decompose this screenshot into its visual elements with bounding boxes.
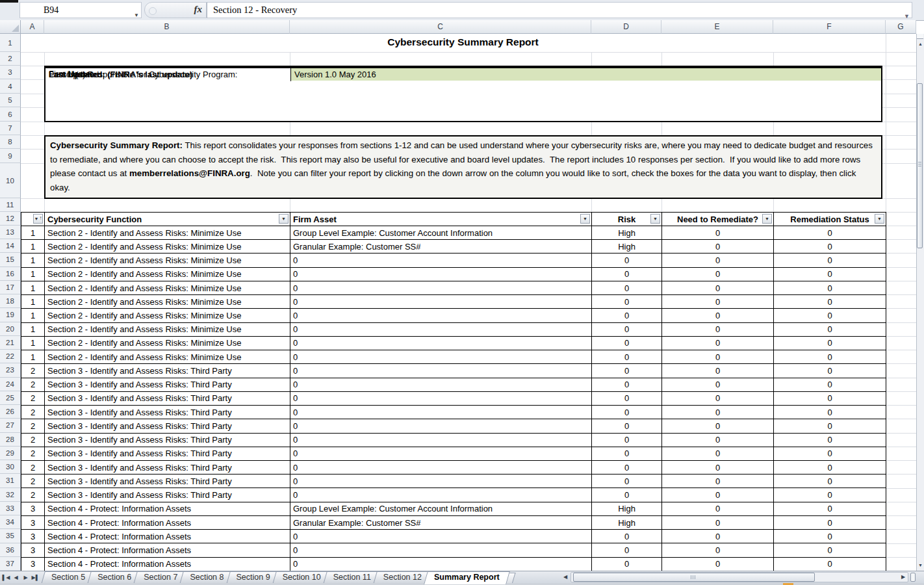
cell-function[interactable]: Section 4 - Protect: Information Assets <box>45 558 290 571</box>
row-header-4[interactable]: 4 <box>0 79 21 94</box>
formula-input[interactable]: Section 12 - Recovery ▼ <box>207 2 912 18</box>
cell-remediate[interactable]: 0 <box>662 378 774 392</box>
cell-function[interactable]: Section 2 - Identify and Assess Risks: M… <box>45 240 290 254</box>
cell-remediate[interactable]: 0 <box>662 392 774 406</box>
filter-button-asset[interactable]: ▼ <box>580 214 590 224</box>
cell-risk[interactable]: 0 <box>592 543 662 557</box>
row-header-16[interactable]: 16 <box>0 267 21 281</box>
cell-remediate[interactable]: 0 <box>662 558 774 571</box>
sheet-tab-section-5[interactable]: Section 5 <box>43 571 94 584</box>
cell-remediate[interactable]: 0 <box>662 350 774 364</box>
cell-asset[interactable]: 0 <box>290 364 592 378</box>
cell-risk[interactable]: 0 <box>592 281 662 295</box>
cell-index[interactable]: 2 <box>21 392 45 406</box>
header-cell-remediate[interactable]: Need to Remediate? ▼ <box>662 213 774 226</box>
cell-remediate[interactable]: 0 <box>662 461 774 474</box>
cell-remediate[interactable]: 0 <box>662 474 774 488</box>
cell-index[interactable]: 2 <box>21 488 45 502</box>
cell-function[interactable]: Section 3 - Identify and Assess Risks: T… <box>45 392 290 406</box>
next-sheet-button[interactable]: ▶ <box>21 575 31 580</box>
header-cell-function[interactable]: Cybersecurity Function ▼ <box>45 213 290 226</box>
cell-function[interactable]: Section 2 - Identify and Assess Risks: M… <box>45 295 290 309</box>
sheet-tab-section-12[interactable]: Section 12 <box>375 571 430 584</box>
cell-status[interactable]: 0 <box>774 281 886 295</box>
cell-risk[interactable]: 0 <box>592 461 662 474</box>
cell-asset[interactable]: 0 <box>290 350 592 364</box>
cell-risk[interactable]: 0 <box>592 337 662 350</box>
row-header-36[interactable]: 36 <box>0 543 21 557</box>
cell-remediate[interactable]: 0 <box>662 226 774 240</box>
cell-status[interactable]: 0 <box>774 434 886 447</box>
cell-asset[interactable]: 0 <box>290 434 592 447</box>
cell-risk[interactable]: High <box>592 502 662 516</box>
sheet-tab-section-6[interactable]: Section 6 <box>89 571 140 584</box>
cell-asset[interactable]: 0 <box>290 378 592 392</box>
cell-risk[interactable]: 0 <box>592 323 662 337</box>
cell-asset[interactable]: 0 <box>290 488 592 502</box>
cell-index[interactable]: 1 <box>21 350 45 364</box>
row-header-11[interactable]: 11 <box>0 198 21 212</box>
row-header-29[interactable]: 29 <box>0 447 21 460</box>
cell-asset[interactable]: 0 <box>290 406 592 419</box>
cell-asset[interactable]: 0 <box>290 392 592 406</box>
cell-asset[interactable]: 0 <box>290 281 592 295</box>
cell-asset[interactable]: 0 <box>290 447 592 461</box>
cell-function[interactable]: Section 2 - Identify and Assess Risks: M… <box>45 268 290 281</box>
report-title-cell[interactable]: Cybersecurity Summary Report <box>44 34 882 52</box>
row-header-31[interactable]: 31 <box>0 474 21 488</box>
cell-asset[interactable]: 0 <box>290 295 592 309</box>
cell-risk[interactable]: 0 <box>592 309 662 322</box>
cell-index[interactable]: 1 <box>21 226 45 240</box>
row-header-24[interactable]: 24 <box>0 378 21 391</box>
cell-status[interactable]: 0 <box>774 378 886 392</box>
row-header-26[interactable]: 26 <box>0 405 21 419</box>
cell-risk[interactable]: 0 <box>592 558 662 571</box>
cell-status[interactable]: 0 <box>774 558 886 571</box>
row-header-6[interactable]: 6 <box>0 107 21 122</box>
cell-status[interactable]: 0 <box>774 254 886 267</box>
cell-asset[interactable]: 0 <box>290 474 592 488</box>
sheet-tab-section-7[interactable]: Section 7 <box>135 571 186 584</box>
hscroll-left-button[interactable]: ◀ <box>560 572 571 582</box>
horizontal-scroll-thumb[interactable] <box>573 573 815 582</box>
row-header-34[interactable]: 34 <box>0 515 21 529</box>
cell-status[interactable]: 0 <box>774 461 886 474</box>
sheet-tab-section-8[interactable]: Section 8 <box>181 571 232 584</box>
column-header-f[interactable]: F <box>773 20 886 34</box>
filter-sort-button[interactable]: ▼↑ <box>33 214 43 224</box>
tab-split-handle[interactable] <box>910 573 916 582</box>
cell-remediate[interactable]: 0 <box>662 337 774 350</box>
cell-index[interactable]: 2 <box>21 461 45 474</box>
cell-index[interactable]: 2 <box>21 364 45 378</box>
cell-status[interactable]: 0 <box>774 530 886 543</box>
cell-risk[interactable]: High <box>592 226 662 240</box>
cell-function[interactable]: Section 4 - Protect: Information Assets <box>45 530 290 543</box>
cell-status[interactable]: 0 <box>774 309 886 322</box>
row-header-23[interactable]: 23 <box>0 363 21 377</box>
row-header-2[interactable]: 2 <box>0 52 21 66</box>
insert-function-button[interactable]: fx <box>194 4 203 15</box>
cell-index[interactable]: 2 <box>21 378 45 392</box>
cell-status[interactable]: 0 <box>774 543 886 557</box>
cell-risk[interactable]: 0 <box>592 419 662 433</box>
cell-status[interactable]: 0 <box>774 323 886 337</box>
last-sheet-button[interactable]: ▶▌ <box>31 575 40 580</box>
cell-risk[interactable]: 0 <box>592 378 662 392</box>
cell-asset[interactable]: 0 <box>290 461 592 474</box>
cell-asset[interactable]: 0 <box>290 337 592 350</box>
row-header-20[interactable]: 20 <box>0 322 21 336</box>
column-header-d[interactable]: D <box>591 20 661 34</box>
cell-function[interactable]: Section 3 - Identify and Assess Risks: T… <box>45 434 290 447</box>
cell-index[interactable]: 1 <box>21 254 45 267</box>
name-box[interactable]: B94 ▼ <box>19 2 142 18</box>
cell-status[interactable]: 0 <box>774 295 886 309</box>
row-header-25[interactable]: 25 <box>0 391 21 405</box>
cell-function[interactable]: Section 4 - Protect: Information Assets <box>45 502 290 516</box>
cell-asset[interactable]: 0 <box>290 254 592 267</box>
hscroll-right-button[interactable]: ▶ <box>898 572 908 582</box>
cell-remediate[interactable]: 0 <box>662 530 774 543</box>
cell-asset[interactable]: 0 <box>290 530 592 543</box>
cell-function[interactable]: Section 3 - Identify and Assess Risks: T… <box>45 406 290 419</box>
column-header-a[interactable]: A <box>21 20 44 34</box>
cell-asset[interactable]: 0 <box>290 419 592 433</box>
